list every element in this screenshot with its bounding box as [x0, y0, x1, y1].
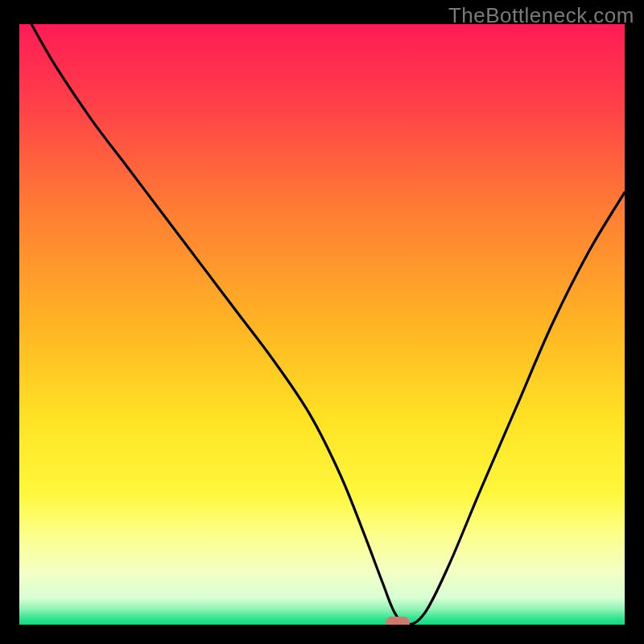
plot-area: [19, 24, 625, 625]
optimal-marker: [386, 617, 410, 625]
chart-frame: TheBottleneck.com: [0, 0, 644, 644]
bottleneck-curve: [31, 24, 625, 625]
watermark-text: TheBottleneck.com: [448, 3, 634, 28]
curve-layer: [19, 24, 625, 625]
